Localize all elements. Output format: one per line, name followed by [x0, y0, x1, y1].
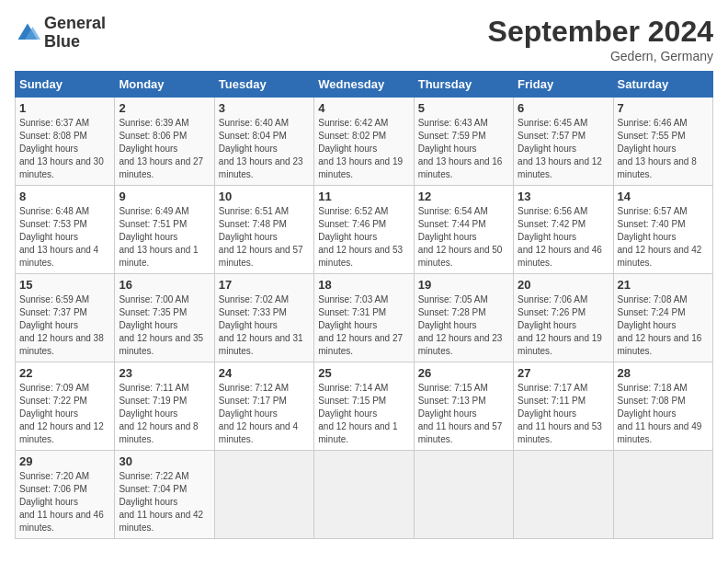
- table-cell: 22 Sunrise: 7:09 AM Sunset: 7:22 PM Dayl…: [16, 362, 115, 451]
- calendar-row: 1 Sunrise: 6:37 AM Sunset: 8:08 PM Dayli…: [16, 98, 713, 186]
- day-info: Sunrise: 7:17 AM Sunset: 7:11 PM Dayligh…: [518, 382, 609, 446]
- day-number: 7: [618, 101, 709, 115]
- day-info: Sunrise: 6:37 AM Sunset: 8:08 PM Dayligh…: [19, 117, 110, 181]
- location: Gedern, Germany: [488, 49, 713, 63]
- day-info: Sunrise: 7:12 AM Sunset: 7:17 PM Dayligh…: [219, 382, 310, 446]
- day-info: Sunrise: 6:54 AM Sunset: 7:44 PM Dayligh…: [418, 205, 509, 270]
- logo-icon: [15, 20, 40, 46]
- day-number: 9: [119, 190, 210, 203]
- col-saturday: Saturday: [613, 72, 712, 98]
- table-cell: 20 Sunrise: 7:06 AM Sunset: 7:26 PM Dayl…: [514, 274, 613, 362]
- day-number: 14: [618, 190, 709, 203]
- day-info: Sunrise: 7:03 AM Sunset: 7:31 PM Dayligh…: [318, 293, 409, 358]
- day-info: Sunrise: 6:42 AM Sunset: 8:02 PM Dayligh…: [318, 117, 409, 181]
- day-info: Sunrise: 6:40 AM Sunset: 8:04 PM Dayligh…: [219, 117, 310, 181]
- day-info: Sunrise: 7:05 AM Sunset: 7:28 PM Dayligh…: [418, 293, 509, 358]
- calendar-table: Sunday Monday Tuesday Wednesday Thursday…: [15, 71, 713, 539]
- day-info: Sunrise: 7:02 AM Sunset: 7:33 PM Dayligh…: [219, 293, 310, 358]
- day-number: 12: [418, 190, 509, 203]
- day-number: 20: [518, 278, 609, 292]
- table-cell: 30 Sunrise: 7:22 AM Sunset: 7:04 PM Dayl…: [115, 451, 214, 539]
- table-cell: 24 Sunrise: 7:12 AM Sunset: 7:17 PM Dayl…: [214, 362, 313, 451]
- table-cell: 7 Sunrise: 6:46 AM Sunset: 7:55 PM Dayli…: [613, 98, 712, 186]
- table-cell: [514, 451, 613, 539]
- table-cell: 16 Sunrise: 7:00 AM Sunset: 7:35 PM Dayl…: [115, 274, 214, 362]
- calendar-row: 22 Sunrise: 7:09 AM Sunset: 7:22 PM Dayl…: [16, 362, 713, 451]
- table-cell: 3 Sunrise: 6:40 AM Sunset: 8:04 PM Dayli…: [214, 98, 313, 186]
- logo: General Blue: [15, 15, 106, 52]
- logo-line2: Blue: [44, 33, 106, 52]
- col-tuesday: Tuesday: [214, 72, 313, 98]
- table-cell: 13 Sunrise: 6:56 AM Sunset: 7:42 PM Dayl…: [514, 186, 613, 274]
- day-info: Sunrise: 7:09 AM Sunset: 7:22 PM Dayligh…: [19, 382, 110, 446]
- table-cell: 4 Sunrise: 6:42 AM Sunset: 8:02 PM Dayli…: [314, 98, 414, 186]
- day-info: Sunrise: 7:15 AM Sunset: 7:13 PM Dayligh…: [418, 382, 509, 446]
- logo-line1: General: [44, 15, 106, 33]
- table-cell: [214, 451, 313, 539]
- title-area: September 2024 Gedern, Germany: [488, 15, 713, 63]
- day-info: Sunrise: 7:22 AM Sunset: 7:04 PM Dayligh…: [119, 470, 210, 534]
- day-number: 1: [19, 101, 110, 115]
- table-cell: 27 Sunrise: 7:17 AM Sunset: 7:11 PM Dayl…: [514, 362, 613, 451]
- day-number: 24: [219, 366, 310, 380]
- day-number: 11: [318, 190, 409, 203]
- table-cell: 23 Sunrise: 7:11 AM Sunset: 7:19 PM Dayl…: [115, 362, 214, 451]
- day-number: 25: [318, 366, 409, 380]
- day-number: 23: [119, 366, 210, 380]
- col-wednesday: Wednesday: [314, 72, 414, 98]
- table-cell: 6 Sunrise: 6:45 AM Sunset: 7:57 PM Dayli…: [514, 98, 613, 186]
- day-number: 13: [518, 190, 609, 203]
- day-number: 6: [518, 101, 609, 115]
- day-number: 18: [318, 278, 409, 292]
- table-cell: 11 Sunrise: 6:52 AM Sunset: 7:46 PM Dayl…: [314, 186, 414, 274]
- calendar-row: 15 Sunrise: 6:59 AM Sunset: 7:37 PM Dayl…: [16, 274, 713, 362]
- day-info: Sunrise: 6:45 AM Sunset: 7:57 PM Dayligh…: [518, 117, 609, 181]
- table-cell: 10 Sunrise: 6:51 AM Sunset: 7:48 PM Dayl…: [214, 186, 313, 274]
- day-number: 15: [19, 278, 110, 292]
- day-number: 30: [119, 454, 210, 468]
- table-cell: 26 Sunrise: 7:15 AM Sunset: 7:13 PM Dayl…: [414, 362, 513, 451]
- day-number: 4: [318, 101, 409, 115]
- calendar-body: 1 Sunrise: 6:37 AM Sunset: 8:08 PM Dayli…: [16, 98, 713, 539]
- day-info: Sunrise: 6:51 AM Sunset: 7:48 PM Dayligh…: [219, 205, 310, 270]
- day-number: 22: [19, 366, 110, 380]
- day-info: Sunrise: 6:52 AM Sunset: 7:46 PM Dayligh…: [318, 205, 409, 270]
- table-cell: 9 Sunrise: 6:49 AM Sunset: 7:51 PM Dayli…: [115, 186, 214, 274]
- table-cell: 14 Sunrise: 6:57 AM Sunset: 7:40 PM Dayl…: [613, 186, 712, 274]
- day-info: Sunrise: 7:18 AM Sunset: 7:08 PM Dayligh…: [618, 382, 709, 446]
- table-cell: 5 Sunrise: 6:43 AM Sunset: 7:59 PM Dayli…: [414, 98, 513, 186]
- table-cell: 12 Sunrise: 6:54 AM Sunset: 7:44 PM Dayl…: [414, 186, 513, 274]
- day-number: 29: [19, 454, 110, 468]
- calendar-row: 8 Sunrise: 6:48 AM Sunset: 7:53 PM Dayli…: [16, 186, 713, 274]
- day-number: 27: [518, 366, 609, 380]
- table-cell: [314, 451, 414, 539]
- day-info: Sunrise: 7:08 AM Sunset: 7:24 PM Dayligh…: [618, 293, 709, 358]
- month-title: September 2024: [488, 15, 713, 49]
- table-cell: 28 Sunrise: 7:18 AM Sunset: 7:08 PM Dayl…: [613, 362, 712, 451]
- table-cell: 15 Sunrise: 6:59 AM Sunset: 7:37 PM Dayl…: [16, 274, 115, 362]
- day-number: 8: [19, 190, 110, 203]
- day-number: 26: [418, 366, 509, 380]
- table-cell: 2 Sunrise: 6:39 AM Sunset: 8:06 PM Dayli…: [115, 98, 214, 186]
- table-cell: 21 Sunrise: 7:08 AM Sunset: 7:24 PM Dayl…: [613, 274, 712, 362]
- day-info: Sunrise: 7:11 AM Sunset: 7:19 PM Dayligh…: [119, 382, 210, 446]
- day-info: Sunrise: 6:39 AM Sunset: 8:06 PM Dayligh…: [119, 117, 210, 181]
- day-info: Sunrise: 6:59 AM Sunset: 7:37 PM Dayligh…: [19, 293, 110, 358]
- day-info: Sunrise: 6:46 AM Sunset: 7:55 PM Dayligh…: [618, 117, 709, 181]
- table-cell: 8 Sunrise: 6:48 AM Sunset: 7:53 PM Dayli…: [16, 186, 115, 274]
- day-number: 5: [418, 101, 509, 115]
- day-number: 28: [618, 366, 709, 380]
- day-info: Sunrise: 6:56 AM Sunset: 7:42 PM Dayligh…: [518, 205, 609, 270]
- table-cell: [414, 451, 513, 539]
- day-info: Sunrise: 6:57 AM Sunset: 7:40 PM Dayligh…: [618, 205, 709, 270]
- day-number: 19: [418, 278, 509, 292]
- day-number: 16: [119, 278, 210, 292]
- day-info: Sunrise: 6:49 AM Sunset: 7:51 PM Dayligh…: [119, 205, 210, 270]
- table-cell: 25 Sunrise: 7:14 AM Sunset: 7:15 PM Dayl…: [314, 362, 414, 451]
- day-number: 21: [618, 278, 709, 292]
- table-cell: [613, 451, 712, 539]
- table-cell: 17 Sunrise: 7:02 AM Sunset: 7:33 PM Dayl…: [214, 274, 313, 362]
- table-cell: 29 Sunrise: 7:20 AM Sunset: 7:06 PM Dayl…: [16, 451, 115, 539]
- day-info: Sunrise: 6:43 AM Sunset: 7:59 PM Dayligh…: [418, 117, 509, 181]
- table-cell: 1 Sunrise: 6:37 AM Sunset: 8:08 PM Dayli…: [16, 98, 115, 186]
